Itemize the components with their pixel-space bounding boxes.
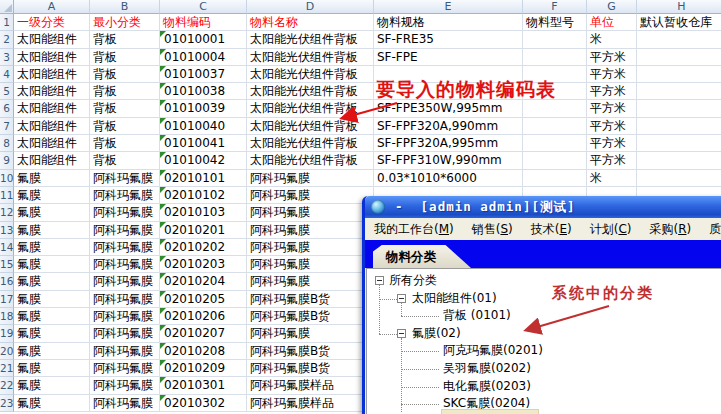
cell-G7[interactable]: 平方米 bbox=[587, 118, 637, 135]
menu-item-S[interactable]: 销售(S) bbox=[463, 218, 522, 240]
cell-A13[interactable]: 氟膜 bbox=[14, 222, 90, 239]
menu-item-R[interactable]: 采购(R) bbox=[640, 218, 700, 240]
cell-D15[interactable]: 阿科玛氟膜 bbox=[247, 256, 374, 273]
cell-B4[interactable]: 背板 bbox=[90, 66, 160, 83]
cell-B10[interactable]: 阿科玛氟膜 bbox=[90, 170, 160, 187]
cell-A12[interactable]: 氟膜 bbox=[14, 204, 90, 221]
menu-item-E[interactable]: 技术(E) bbox=[522, 218, 581, 240]
row-number-22[interactable]: 22 bbox=[0, 377, 14, 394]
cell-B8[interactable]: 背板 bbox=[90, 135, 160, 152]
cell-C5[interactable]: 01010038 bbox=[160, 83, 247, 100]
cell-E9[interactable]: SF-FPF310W,990mm bbox=[374, 152, 523, 169]
cell-C22[interactable]: 02010301 bbox=[160, 377, 247, 394]
cell-D20[interactable]: 阿科玛氟膜B货 bbox=[247, 343, 374, 360]
cell-F10[interactable] bbox=[523, 170, 587, 187]
cell-E7[interactable]: SF-FPF320A,990mm bbox=[374, 118, 523, 135]
row-number-1[interactable]: 1 bbox=[0, 14, 14, 31]
cell-C9[interactable]: 01010042 bbox=[160, 152, 247, 169]
row-number-8[interactable]: 8 bbox=[0, 135, 14, 152]
cell-C18[interactable]: 02010206 bbox=[160, 308, 247, 325]
cell-G2[interactable]: 米 bbox=[587, 31, 637, 48]
row-number-12[interactable]: 12 bbox=[0, 204, 14, 221]
cell-B23[interactable]: 阿科玛氟膜 bbox=[90, 395, 160, 412]
cell-D6[interactable]: 太阳能光伏组件背板 bbox=[247, 100, 374, 117]
cell-H7[interactable] bbox=[637, 118, 721, 135]
cell-B21[interactable]: 阿科玛氟膜 bbox=[90, 360, 160, 377]
cell-C1[interactable]: 物料编码 bbox=[160, 14, 247, 31]
cell-D10[interactable]: 阿科玛氟膜 bbox=[247, 170, 374, 187]
tree-collapse-toggle[interactable] bbox=[375, 276, 384, 285]
cell-C7[interactable]: 01010040 bbox=[160, 118, 247, 135]
cell-D1[interactable]: 物料名称 bbox=[247, 14, 374, 31]
cell-E2[interactable]: SF-FRE35 bbox=[374, 31, 523, 48]
cell-A22[interactable]: 氟膜 bbox=[14, 377, 90, 394]
cell-H1[interactable]: 默认暂收仓库 bbox=[637, 14, 721, 31]
cell-D5[interactable]: 太阳能光伏组件背板 bbox=[247, 83, 374, 100]
cell-A7[interactable]: 太阳能组件 bbox=[14, 118, 90, 135]
cell-A10[interactable]: 氟膜 bbox=[14, 170, 90, 187]
cell-D21[interactable]: 阿科玛氟膜B货 bbox=[247, 360, 374, 377]
cell-A4[interactable]: 太阳能组件 bbox=[14, 66, 90, 83]
tree-item-6[interactable]: 电化氟膜(0203) bbox=[443, 378, 531, 396]
cell-B18[interactable]: 阿科玛氟膜 bbox=[90, 308, 160, 325]
cell-C15[interactable]: 02010203 bbox=[160, 256, 247, 273]
cell-D8[interactable]: 太阳能光伏组件背板 bbox=[247, 135, 374, 152]
row-number-16[interactable]: 16 bbox=[0, 273, 14, 290]
cell-B20[interactable]: 阿科玛氟膜 bbox=[90, 343, 160, 360]
cell-A1[interactable]: 一级分类 bbox=[14, 14, 90, 31]
cell-H6[interactable] bbox=[637, 100, 721, 117]
cell-E1[interactable]: 物料规格 bbox=[374, 14, 523, 31]
cell-E3[interactable]: SF-FPE bbox=[374, 49, 523, 66]
cell-B13[interactable]: 阿科玛氟膜 bbox=[90, 222, 160, 239]
cell-E6[interactable]: SF-FPE350W,995mm bbox=[374, 100, 523, 117]
cell-A18[interactable]: 氟膜 bbox=[14, 308, 90, 325]
cell-C3[interactable]: 01010004 bbox=[160, 49, 247, 66]
cell-D2[interactable]: 太阳能光伏组件背板 bbox=[247, 31, 374, 48]
cell-A16[interactable]: 氟膜 bbox=[14, 273, 90, 290]
cell-B17[interactable]: 阿科玛氟膜 bbox=[90, 291, 160, 308]
column-header-H[interactable]: H bbox=[637, 0, 721, 14]
tree-item-5[interactable]: 吴羽氟膜(0202) bbox=[443, 360, 531, 378]
cell-C13[interactable]: 02010201 bbox=[160, 222, 247, 239]
cell-A19[interactable]: 氟膜 bbox=[14, 325, 90, 342]
cell-A5[interactable]: 太阳能组件 bbox=[14, 83, 90, 100]
row-number-11[interactable]: 11 bbox=[0, 187, 14, 204]
menu-item-M[interactable]: 我的工作台(M) bbox=[365, 218, 463, 240]
cell-C17[interactable]: 02010205 bbox=[160, 291, 247, 308]
cell-A21[interactable]: 氟膜 bbox=[14, 360, 90, 377]
cell-C21[interactable]: 02010209 bbox=[160, 360, 247, 377]
cell-C23[interactable]: 02010302 bbox=[160, 395, 247, 412]
cell-D16[interactable]: 阿科玛氟膜 bbox=[247, 273, 374, 290]
cell-B3[interactable]: 背板 bbox=[90, 49, 160, 66]
cell-B9[interactable]: 背板 bbox=[90, 152, 160, 169]
cell-B6[interactable]: 背板 bbox=[90, 100, 160, 117]
cell-C20[interactable]: 02010208 bbox=[160, 343, 247, 360]
cell-G5[interactable]: 平方米 bbox=[587, 83, 637, 100]
cell-F2[interactable] bbox=[523, 31, 587, 48]
tree-item-0[interactable]: 所有分类 bbox=[389, 272, 437, 290]
row-number-17[interactable]: 17 bbox=[0, 291, 14, 308]
cell-H10[interactable] bbox=[637, 170, 721, 187]
cell-G1[interactable]: 单位 bbox=[587, 14, 637, 31]
cell-C11[interactable]: 02010102 bbox=[160, 187, 247, 204]
cell-G9[interactable]: 平方米 bbox=[587, 152, 637, 169]
cell-H8[interactable] bbox=[637, 135, 721, 152]
tree-item-1[interactable]: 太阳能组件(01) bbox=[412, 290, 497, 308]
cell-F7[interactable] bbox=[523, 118, 587, 135]
tab-material-category[interactable]: 物料分类 bbox=[373, 245, 471, 268]
cell-F3[interactable] bbox=[523, 49, 587, 66]
cell-D22[interactable]: 阿科玛氟膜样品 bbox=[247, 377, 374, 394]
select-all-corner[interactable] bbox=[0, 0, 14, 14]
cell-H3[interactable] bbox=[637, 49, 721, 66]
cell-C19[interactable]: 02010207 bbox=[160, 325, 247, 342]
cell-B1[interactable]: 最小分类 bbox=[90, 14, 160, 31]
cell-C16[interactable]: 02010204 bbox=[160, 273, 247, 290]
cell-D7[interactable]: 太阳能光伏组件背板 bbox=[247, 118, 374, 135]
cell-C8[interactable]: 01010041 bbox=[160, 135, 247, 152]
cell-D9[interactable]: 太阳能光伏组件背板 bbox=[247, 152, 374, 169]
cell-F8[interactable] bbox=[523, 135, 587, 152]
row-number-3[interactable]: 3 bbox=[0, 49, 14, 66]
cell-D13[interactable]: 阿科玛氟膜 bbox=[247, 222, 374, 239]
row-number-2[interactable]: 2 bbox=[0, 31, 14, 48]
cell-A17[interactable]: 氟膜 bbox=[14, 291, 90, 308]
